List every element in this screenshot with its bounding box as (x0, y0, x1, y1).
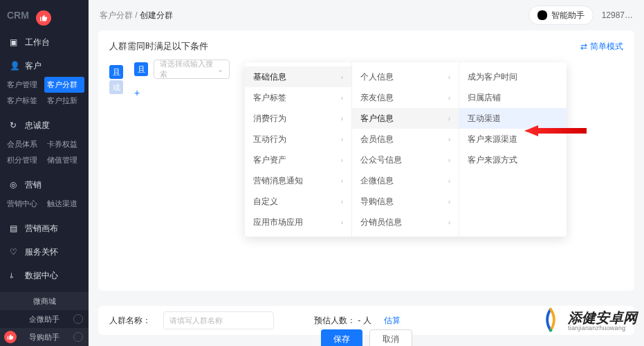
chevron-right-icon: › (448, 156, 450, 164)
name-label: 人群名称： (109, 315, 151, 327)
and-tag-inner[interactable]: 且 (134, 62, 148, 76)
chevron-right-icon: › (341, 115, 343, 122)
dcol1-item-5[interactable]: 营销消息通知› (245, 170, 351, 191)
nav-parent-0[interactable]: ▣工作台 (0, 33, 89, 52)
nav-child-2-0[interactable]: 会员体系 (4, 136, 44, 152)
nav-parent-2[interactable]: ↻忠诚度 (0, 116, 89, 135)
chevron-right-icon: › (341, 94, 343, 102)
cascade-dropdown: 基础信息›客户标签›消费行为›互动行为›客户资产›营销消息通知›自定义›应用市场… (245, 62, 567, 237)
dcol1-item-4[interactable]: 客户资产› (245, 149, 351, 170)
chevron-right-icon: › (448, 198, 450, 206)
top-right: 智能助手 12987… (528, 6, 633, 25)
dcol1-item-0[interactable]: 基础信息› (245, 66, 351, 87)
chevron-right-icon: › (341, 73, 343, 81)
breadcrumb-parent[interactable]: 客户分群 (100, 10, 133, 20)
simple-mode-link[interactable]: ⇄ 简单模式 (580, 41, 623, 53)
nav-child-1-1[interactable]: 客户分群 (44, 77, 84, 93)
dcol2-item-2[interactable]: 客户信息› (352, 108, 459, 129)
chevron-right-icon: › (341, 198, 343, 206)
svg-marker-0 (524, 125, 587, 136)
or-tag[interactable]: 或 (109, 80, 123, 94)
nav-child-3-1[interactable]: 触达渠道 (44, 196, 84, 212)
chevron-down-icon: ⌄ (217, 65, 223, 74)
svg-point-1 (549, 329, 553, 332)
sidebar: CRM ▣工作台👤客户客户管理客户分群客户标签客户拉新↻忠诚度会员体系卡券权益积… (0, 0, 89, 346)
watermark: 添健安卓网 tianjiananzhuowang (537, 307, 637, 335)
nav-child-1-3[interactable]: 客户拉新 (44, 93, 84, 109)
dcol2-item-3[interactable]: 会员信息› (352, 129, 459, 149)
condition-select[interactable]: 请选择或输入搜索 ⌄ (154, 60, 230, 79)
brand-text: CRM (7, 10, 29, 21)
bottom-item-2[interactable]: 导购助手 (0, 328, 89, 346)
chevron-right-icon: › (448, 136, 450, 143)
logic-strip: 且 或 (109, 65, 120, 93)
nav-parent-1[interactable]: 👤客户 (0, 56, 89, 75)
nav-child-1-0[interactable]: 客户管理 (4, 77, 44, 93)
thumbs-up-icon (4, 331, 17, 343)
assistant-button[interactable]: 智能助手 (528, 6, 594, 25)
dcol3-item-0[interactable]: 成为客户时间 (459, 66, 567, 87)
chevron-right-icon: › (341, 136, 343, 143)
dcol2-item-1[interactable]: 亲友信息› (352, 87, 459, 108)
nav-child-2-2[interactable]: 积分管理 (4, 152, 44, 168)
dcol1-item-7[interactable]: 应用市场应用› (245, 212, 351, 233)
watermark-logo-icon (537, 307, 564, 335)
dcol2-item-0[interactable]: 个人信息› (352, 66, 459, 87)
circle-icon (73, 314, 83, 324)
chevron-right-icon: › (448, 94, 450, 102)
estimate-label: 预估人数： - 人 (314, 315, 371, 327)
cancel-button[interactable]: 取消 (369, 329, 412, 346)
breadcrumb-current: 创建分群 (140, 10, 173, 20)
dcol2-item-5[interactable]: 企微信息› (352, 170, 459, 191)
chevron-right-icon: › (448, 115, 450, 122)
dcol1-item-3[interactable]: 互动行为› (245, 129, 351, 149)
dcol2-item-4[interactable]: 公众号信息› (352, 149, 459, 170)
assistant-icon (537, 10, 547, 20)
chevron-right-icon: › (448, 177, 450, 185)
and-tag[interactable]: 且 (109, 65, 123, 79)
bottom-item-1[interactable]: 企微助手 (0, 310, 89, 328)
nav-parent-6[interactable]: ⫰数据中心 (0, 266, 89, 285)
topbar: 客户分群 / 创建分群 智能助手 12987… (89, 0, 644, 30)
canvas-icon: ▤ (10, 224, 19, 233)
bottom-nav: 微商城 企微助手 导购助手 (0, 292, 89, 346)
account-id[interactable]: 12987… (602, 10, 633, 20)
nav-child-3-0[interactable]: 营销中心 (4, 196, 44, 212)
dcol1-item-1[interactable]: 客户标签› (245, 87, 351, 108)
card-header: 人群需同时满足以下条件 ⇄ 简单模式 (109, 40, 623, 53)
card-title: 人群需同时满足以下条件 (109, 40, 208, 53)
dropdown-col-2: 个人信息›亲友信息›客户信息›会员信息›公众号信息›企微信息›导购信息›分销员信… (352, 62, 459, 237)
swap-icon: ⇄ (580, 42, 587, 51)
main: 客户分群 / 创建分群 智能助手 12987… 人群需同时满足以下条件 ⇄ 简单… (89, 0, 644, 346)
dropdown-col-3: 成为客户时间归属店铺互动渠道客户来源渠道客户来源方式 (459, 62, 567, 237)
dcol1-item-2[interactable]: 消费行为› (245, 108, 351, 129)
chevron-right-icon: › (341, 177, 343, 185)
bottom-item-0[interactable]: 微商城 (0, 292, 89, 310)
chevron-right-icon: › (448, 219, 450, 226)
save-button[interactable]: 保存 (321, 329, 362, 346)
watermark-py: tianjiananzhuowang (568, 325, 637, 332)
dropdown-col-1: 基础信息›客户标签›消费行为›互动行为›客户资产›营销消息通知›自定义›应用市场… (245, 62, 352, 237)
dcol3-item-4[interactable]: 客户来源方式 (459, 149, 567, 170)
estimate-button[interactable]: 估算 (384, 315, 401, 327)
dcol2-item-6[interactable]: 导购信息› (352, 191, 459, 212)
nav-child-2-1[interactable]: 卡券权益 (44, 136, 84, 152)
breadcrumb: 客户分群 / 创建分群 (100, 10, 173, 21)
nav-child-1-2[interactable]: 客户标签 (4, 93, 44, 109)
nav-parent-3[interactable]: ◎营销 (0, 175, 89, 194)
nav-child-2-3[interactable]: 储值管理 (44, 152, 84, 168)
watermark-cn: 添健安卓网 (568, 310, 637, 325)
target-icon: ◎ (10, 180, 19, 190)
chevron-right-icon: › (341, 219, 343, 226)
chevron-right-icon: › (448, 73, 450, 81)
nav-parent-5[interactable]: ♡服务关怀 (0, 242, 89, 262)
dcol1-item-6[interactable]: 自定义› (245, 191, 351, 212)
nav-parent-4[interactable]: ▤营销画布 (0, 219, 89, 238)
dcol2-item-7[interactable]: 分销员信息› (352, 212, 459, 233)
heart-icon: ♡ (10, 247, 19, 257)
group-name-input[interactable]: 请填写人群名称 (163, 311, 274, 329)
annotation-arrow (524, 123, 587, 140)
thumbs-up-icon (36, 10, 51, 26)
brand: CRM (0, 0, 89, 30)
dcol3-item-1[interactable]: 归属店铺 (459, 87, 567, 108)
